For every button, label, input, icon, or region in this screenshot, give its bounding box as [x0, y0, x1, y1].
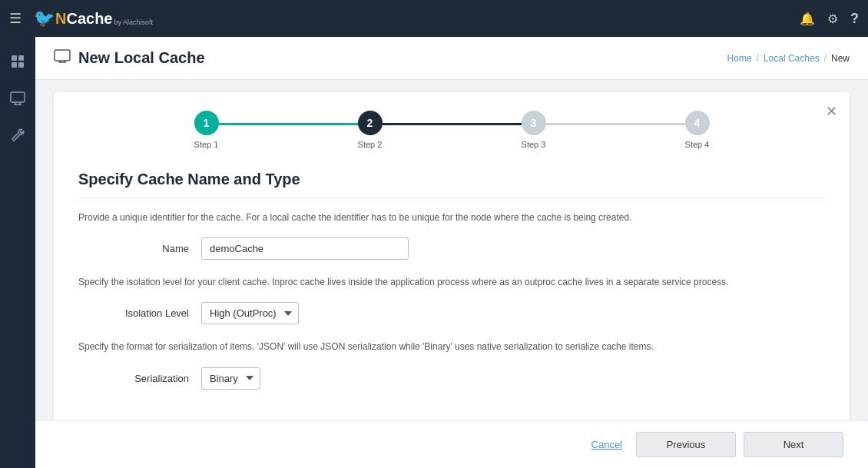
- name-form-row: Name: [78, 237, 825, 260]
- sidebar-item-dashboard[interactable]: [2, 46, 33, 77]
- name-label: Name: [78, 243, 201, 254]
- svg-rect-1: [18, 55, 24, 61]
- cancel-button[interactable]: Cancel: [585, 434, 628, 455]
- step-2: 2 Step 2: [288, 111, 452, 149]
- gear-icon[interactable]: ⚙: [827, 12, 838, 26]
- step-1: 1 Step 1: [124, 111, 288, 149]
- next-button[interactable]: Next: [744, 432, 843, 457]
- svg-rect-3: [18, 62, 24, 68]
- breadcrumb-sep-1: /: [757, 53, 759, 64]
- page-header-icon: [54, 49, 71, 67]
- step-2-label: Step 2: [358, 140, 383, 149]
- step-4-number: 4: [694, 117, 701, 129]
- wizard-container: ✕ 1 Step 1 2: [35, 80, 868, 420]
- svg-rect-8: [55, 50, 70, 61]
- svg-rect-4: [11, 92, 25, 102]
- page-title: New Local Cache: [78, 49, 205, 67]
- step-1-circle: 1: [194, 111, 219, 135]
- step-line-2: [383, 123, 522, 125]
- page-header: New Local Cache Home / Local Caches / Ne…: [35, 37, 868, 80]
- previous-button[interactable]: Previous: [636, 432, 736, 457]
- stepper: 1 Step 1 2 Step 2: [78, 111, 825, 149]
- tools-icon: [10, 128, 25, 143]
- step-3: 3 Step 3: [452, 111, 615, 149]
- breadcrumb-home[interactable]: Home: [727, 53, 752, 64]
- sidebar: [0, 37, 35, 468]
- step-3-circle: 3: [522, 111, 546, 135]
- notification-icon[interactable]: 🔔: [800, 12, 815, 26]
- step-2-circle: 2: [358, 111, 383, 135]
- logo-bird-icon: 🐦: [34, 8, 55, 28]
- logo-sub: by Alachisoft: [114, 18, 153, 26]
- step-4-circle: 4: [685, 111, 710, 135]
- close-icon[interactable]: ✕: [826, 103, 837, 120]
- navbar: ☰ 🐦 NCache by Alachisoft 🔔 ⚙ ?: [0, 0, 868, 37]
- serialization-select[interactable]: Binary JSON: [201, 367, 260, 390]
- help-icon[interactable]: ?: [850, 11, 859, 27]
- wizard-footer: Cancel Previous Next: [35, 420, 868, 468]
- breadcrumb: Home / Local Caches / New: [727, 53, 850, 64]
- step-line-3: [546, 123, 685, 125]
- name-input[interactable]: [201, 237, 409, 260]
- sidebar-item-tools[interactable]: [2, 120, 33, 151]
- sidebar-item-monitor[interactable]: [2, 83, 33, 114]
- step-1-label: Step 1: [194, 140, 219, 149]
- breadcrumb-current: New: [831, 53, 850, 64]
- breadcrumb-local-caches[interactable]: Local Caches: [764, 53, 820, 64]
- isolation-label: Isolation Level: [78, 307, 201, 319]
- navbar-icons: 🔔 ⚙ ?: [800, 11, 859, 27]
- wizard-card: ✕ 1 Step 1 2: [54, 92, 850, 420]
- isolation-info-text: Specify the isolation level for your cli…: [78, 275, 825, 290]
- svg-rect-0: [12, 55, 17, 61]
- section-title: Specify Cache Name and Type: [78, 171, 825, 198]
- step-3-label: Step 3: [522, 140, 546, 149]
- isolation-form-row: Isolation Level High (OutProc) Low (InPr…: [78, 302, 825, 324]
- serialization-info-text: Specify the format for serialization of …: [78, 340, 825, 354]
- content-area: New Local Cache Home / Local Caches / Ne…: [35, 37, 868, 468]
- page-header-left: New Local Cache: [54, 49, 727, 67]
- breadcrumb-sep-2: /: [824, 53, 827, 64]
- svg-rect-2: [12, 62, 17, 68]
- app-logo: ☰ 🐦 NCache by Alachisoft: [9, 8, 153, 28]
- logo-cache-text: Cache: [66, 10, 112, 28]
- step-2-number: 2: [367, 117, 373, 129]
- name-info-text: Provide a unique identifier for the cach…: [78, 211, 825, 225]
- step-3-number: 3: [531, 117, 537, 129]
- step-4: 4 Step 4: [615, 111, 779, 149]
- step-4-label: Step 4: [685, 140, 710, 149]
- step-1-number: 1: [204, 117, 210, 129]
- monitor-icon: [10, 91, 25, 105]
- logo-n: N: [55, 10, 66, 28]
- serialization-label: Serialization: [78, 373, 201, 384]
- isolation-select[interactable]: High (OutProc) Low (InProc): [201, 302, 299, 324]
- main-layout: New Local Cache Home / Local Caches / Ne…: [0, 37, 868, 468]
- hamburger-icon[interactable]: ☰: [9, 10, 22, 27]
- serialization-form-row: Serialization Binary JSON: [78, 367, 825, 390]
- dashboard-icon: [10, 54, 25, 69]
